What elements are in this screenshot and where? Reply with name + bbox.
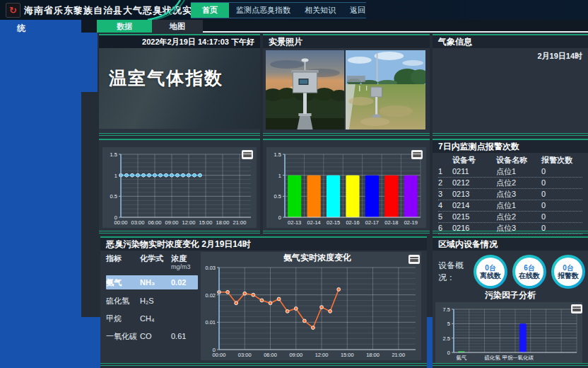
site-photos [263,48,430,132]
svg-text:0.03: 0.03 [205,265,216,271]
svg-text:1.5: 1.5 [110,151,117,158]
table-row[interactable]: 2 0212 点位2 0 [438,178,582,189]
alarm-count: 0 [541,223,582,234]
svg-text:09:00: 09:00 [289,352,302,358]
alarm-table-title: 7日内监测点报警次数 [433,140,588,153]
svg-text:0.02: 0.02 [205,292,216,299]
devices-panel: 区域内设备情况 设备概况： 0台 离线数 6台 在线数 0台 报警数 [433,236,588,366]
alarm-table: 设备号 设备名称 报警次数 1 0211 点位1 0 2 0212 点位2 0 … [433,153,588,234]
chart-toolbox-icon[interactable] [411,150,423,159]
offline-count-circle: 0台 离线数 [474,255,507,289]
svg-text:0.5: 0.5 [110,193,117,200]
online-count-circle: 6台 在线数 [512,255,546,289]
logo-icon: ↻ [6,3,20,18]
odor-row-co[interactable]: 一氧化碳 CO 0.61 [106,329,198,343]
device-name: 点位2 [496,178,541,188]
indicator-formula: H₂S [140,294,171,308]
device-id: 0211 [452,166,496,177]
col-index [438,154,452,166]
svg-text:09:00: 09:00 [165,219,179,226]
svg-text:02-17: 02-17 [365,219,379,226]
ammonia-chart-wrap: 00:0003:0006:0009:0012:0015:0018:0021:00… [201,252,424,359]
nav-item-knowledge[interactable]: 相关知识 [298,3,343,18]
svg-text:06:00: 06:00 [148,219,162,226]
svg-text:硫化氢: 硫化氢 [484,355,500,361]
svg-text:02-15: 02-15 [327,219,340,226]
site-photos-title: 实景照片 [263,35,430,48]
chart-toolbox-icon[interactable] [242,150,253,159]
site-photo-left [266,50,344,130]
daily-index-panel: 02-1302-1402-1502-1602-1702-1802-1900.51… [263,139,430,234]
alarm-count: 0 [541,178,582,188]
table-row[interactable]: 5 0215 点位2 0 [438,212,582,223]
page-title: 温室气体指数 [99,48,260,90]
svg-text:0: 0 [278,214,281,221]
tab-map-label: 地图 [170,22,185,30]
offline-count: 0台 [485,264,496,272]
device-id: 0214 [452,200,496,211]
table-row[interactable]: 1 0211 点位1 0 [438,166,582,178]
nav-item-back[interactable]: 返回 [343,3,372,18]
table-row[interactable]: 3 0213 点位3 0 [438,189,582,200]
col-alarm-count: 报警次数 [541,154,582,166]
tab-map[interactable]: 地图 [152,20,203,33]
devices-panel-title: 区域内设备情况 [433,238,588,251]
indicator-name: 硫化氢 [106,294,140,308]
pollution-chart-wrap: 氨气硫化氢甲烷一氧化碳02.557.5 [435,302,585,363]
tab-data[interactable]: 数据 [97,20,152,33]
svg-text:氨气: 氨气 [456,355,466,361]
device-overview-label: 设备概况： [438,260,469,284]
odor-panel-title: 恶臭污染物实时浓度变化 2月19日14时 [100,238,427,251]
weather-panel: 气象信息 2月19日14时 [433,34,588,136]
col-formula: 化学式 [140,253,171,264]
alarm-count-circle: 0台 报警数 [551,255,585,289]
ammonia-realtime-chart: 00:0003:0006:0009:0012:0015:0018:0021:00… [201,252,421,360]
col-concentration: 浓度 [171,253,198,264]
table-row[interactable]: 6 0216 点位3 0 [438,223,582,234]
col-device-name: 设备名称 [496,154,541,166]
alarm-count: 0 [541,212,582,222]
chart-toolbox-icon[interactable] [408,255,420,264]
svg-text:1.5: 1.5 [274,151,281,158]
odor-table: 指标 化学式 浓度 mg/m3 氨气 NH₃ 0.02 硫化氢 H₂S [100,251,201,360]
svg-text:03:00: 03:00 [238,352,252,358]
offline-label: 离线数 [480,272,501,280]
svg-text:18:00: 18:00 [216,219,230,226]
tab-underline [203,31,588,33]
swoosh-decoration [145,0,187,20]
svg-text:15:00: 15:00 [199,219,213,226]
indicator-name: 一氧化碳 [106,329,140,343]
device-name: 点位3 [496,189,541,200]
svg-text:12:00: 12:00 [182,219,196,226]
device-id: 0212 [452,178,496,188]
col-device-id: 设备号 [452,154,496,166]
odor-panel-body: 指标 化学式 浓度 mg/m3 氨气 NH₃ 0.02 硫化氢 H₂S [100,251,427,360]
svg-text:02-18: 02-18 [384,219,398,226]
svg-text:氨气实时浓度变化: 氨气实时浓度变化 [283,253,351,263]
svg-text:0: 0 [114,214,117,221]
odor-row-ammonia[interactable]: 氨气 NH₃ 0.02 [106,275,198,289]
svg-text:1: 1 [114,173,117,179]
svg-text:0: 0 [213,347,216,353]
alarm-count: 0 [541,189,582,200]
table-row[interactable]: 4 0214 点位1 0 [438,200,582,212]
device-id: 0213 [452,189,496,200]
chart-toolbox-icon[interactable] [571,304,582,314]
page-background-gap [427,317,433,368]
pollution-analysis-title: 污染因子分析 [433,290,588,301]
alarm-count: 0 [541,200,582,211]
svg-text:02-16: 02-16 [346,219,359,226]
odor-row-h2s[interactable]: 硫化氢 H₂S [106,294,198,308]
greenhouse-index-panel: 2022年2月19日 14:17:03 下午好 温室气体指数 [99,34,260,136]
svg-text:5: 5 [447,321,450,327]
site-photo-right [346,50,425,130]
nav-item-odor-index[interactable]: 监测点恶臭指数 [229,3,298,18]
nav-item-home[interactable]: 首页 [191,3,229,18]
online-label: 在线数 [519,272,540,280]
svg-text:15:00: 15:00 [341,352,354,358]
odor-row-ch4[interactable]: 甲烷 CH₄ [106,311,198,326]
alarm-table-panel: 7日内监测点报警次数 设备号 设备名称 报警次数 1 0211 点位1 0 2 … [433,139,588,234]
pollution-factor-chart: 氨气硫化氢甲烷一氧化碳02.557.5 [435,302,582,363]
unit-label: mg/m3 [171,263,198,272]
indicator-formula: CH₄ [140,311,171,326]
